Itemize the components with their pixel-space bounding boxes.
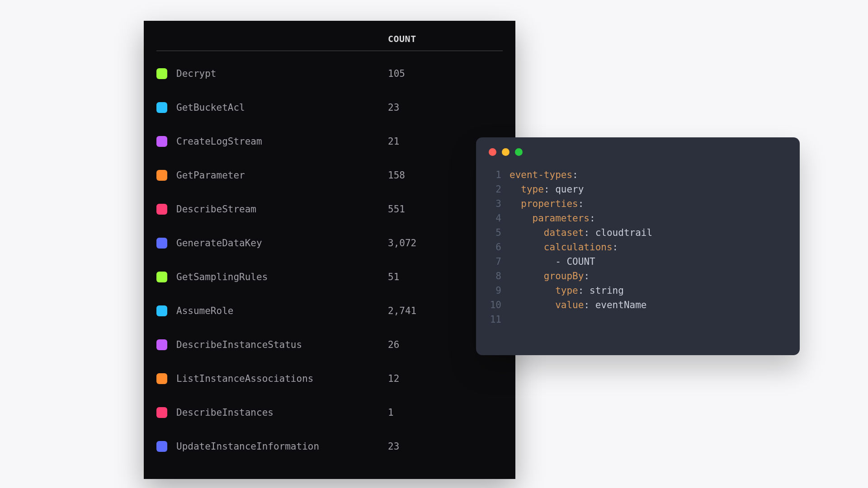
row-count-value: 21 [388, 136, 399, 147]
series-color-swatch [156, 339, 167, 350]
series-color-swatch [156, 272, 167, 282]
table-row[interactable]: DescribeInstanceStatus26 [156, 328, 503, 361]
row-event-name: GetParameter [176, 170, 388, 181]
code-line: 7 - COUNT [489, 254, 787, 269]
code-line: 5 dataset: cloudtrail [489, 225, 787, 240]
line-number: 2 [489, 182, 509, 197]
code-token-plain [509, 211, 533, 225]
code-token-dash: - [555, 254, 566, 269]
code-line: 2 type: query [489, 182, 787, 197]
code-token-val: eventName [595, 298, 647, 312]
line-number: 4 [489, 211, 509, 225]
table-row[interactable]: GetParameter158 [156, 158, 503, 192]
code-token-punc: : [544, 182, 555, 197]
series-color-swatch [156, 441, 167, 452]
results-header: COUNT [156, 33, 503, 51]
code-token-plain [509, 182, 521, 197]
code-token-punc: : [584, 269, 590, 283]
row-count-value: 1 [388, 407, 394, 418]
row-count-value: 158 [388, 170, 405, 181]
series-color-swatch [156, 136, 167, 147]
series-color-swatch [156, 305, 167, 316]
code-token-key: groupBy [544, 269, 584, 283]
row-event-name: GenerateDataKey [176, 238, 388, 249]
line-number: 11 [489, 312, 509, 327]
row-count-value: 3,072 [388, 238, 416, 249]
row-event-name: DescribeInstances [176, 407, 388, 418]
code-token-plain [509, 269, 544, 283]
code-token-plain [509, 283, 555, 298]
table-row[interactable]: DescribeStream551 [156, 192, 503, 226]
code-token-key: parameters [533, 211, 590, 225]
table-row[interactable]: AssumeRole2,741 [156, 294, 503, 328]
line-number: 5 [489, 225, 509, 240]
minimize-icon[interactable] [502, 148, 509, 156]
row-event-name: DescribeStream [176, 204, 388, 215]
code-token-punc: : [584, 298, 595, 312]
code-token-key: properties [521, 197, 578, 211]
column-header-count: COUNT [388, 33, 503, 44]
query-results-panel: COUNT Decrypt105GetBucketAcl23CreateLogS… [144, 21, 515, 479]
series-color-swatch [156, 373, 167, 384]
table-row[interactable]: CreateLogStream21 [156, 124, 503, 158]
row-event-name: ListInstanceAssociations [176, 373, 388, 384]
row-event-name: AssumeRole [176, 305, 388, 316]
code-token-punc: : [590, 211, 595, 225]
code-token-val: COUNT [566, 254, 595, 269]
table-row[interactable]: UpdateInstanceInformation23 [156, 429, 503, 463]
code-token-key: calculations [544, 240, 613, 254]
table-row[interactable]: GetBucketAcl23 [156, 90, 503, 124]
code-token-val: query [555, 182, 584, 197]
code-token-key: type [521, 182, 544, 197]
window-traffic-lights [489, 148, 787, 156]
code-token-key: event-types [509, 168, 572, 182]
code-editor-content[interactable]: 1event-types:2 type: query3 properties:4… [489, 168, 787, 327]
zoom-icon[interactable] [515, 148, 523, 156]
code-line: 8 groupBy: [489, 269, 787, 283]
row-count-value: 105 [388, 68, 405, 79]
code-line: 6 calculations: [489, 240, 787, 254]
header-spacer [156, 33, 388, 44]
line-number: 6 [489, 240, 509, 254]
code-line: 1event-types: [489, 168, 787, 182]
code-token-punc: : [613, 240, 618, 254]
close-icon[interactable] [489, 148, 496, 156]
code-token-plain [509, 298, 555, 312]
row-event-name: Decrypt [176, 68, 388, 79]
code-token-punc: : [578, 197, 584, 211]
line-number: 7 [489, 254, 509, 269]
series-color-swatch [156, 407, 167, 418]
code-token-val: cloudtrail [595, 225, 652, 240]
table-row[interactable]: GetSamplingRules51 [156, 260, 503, 294]
line-number: 3 [489, 197, 509, 211]
table-row[interactable]: DescribeInstances1 [156, 395, 503, 429]
code-token-plain [509, 240, 544, 254]
series-color-swatch [156, 170, 167, 181]
code-token-key: value [555, 298, 584, 312]
code-line: 3 properties: [489, 197, 787, 211]
row-count-value: 12 [388, 373, 399, 384]
table-row[interactable]: GenerateDataKey3,072 [156, 226, 503, 260]
results-rows: Decrypt105GetBucketAcl23CreateLogStream2… [156, 51, 503, 463]
code-line: 10 value: eventName [489, 298, 787, 312]
row-event-name: UpdateInstanceInformation [176, 441, 388, 452]
table-row[interactable]: ListInstanceAssociations12 [156, 361, 503, 395]
table-row[interactable]: Decrypt105 [156, 56, 503, 90]
code-editor-window: 1event-types:2 type: query3 properties:4… [476, 137, 800, 355]
row-count-value: 551 [388, 204, 405, 215]
code-token-plain [509, 225, 544, 240]
series-color-swatch [156, 102, 167, 113]
series-color-swatch [156, 238, 167, 249]
row-count-value: 51 [388, 272, 399, 282]
row-count-value: 2,741 [388, 305, 416, 316]
row-event-name: GetSamplingRules [176, 272, 388, 282]
code-line: 4 parameters: [489, 211, 787, 225]
code-line: 11 [489, 312, 787, 327]
series-color-swatch [156, 204, 167, 215]
row-event-name: GetBucketAcl [176, 102, 388, 113]
line-number: 1 [489, 168, 509, 182]
code-token-plain [509, 254, 555, 269]
line-number: 9 [489, 283, 509, 298]
row-count-value: 26 [388, 339, 399, 350]
row-event-name: DescribeInstanceStatus [176, 339, 388, 350]
